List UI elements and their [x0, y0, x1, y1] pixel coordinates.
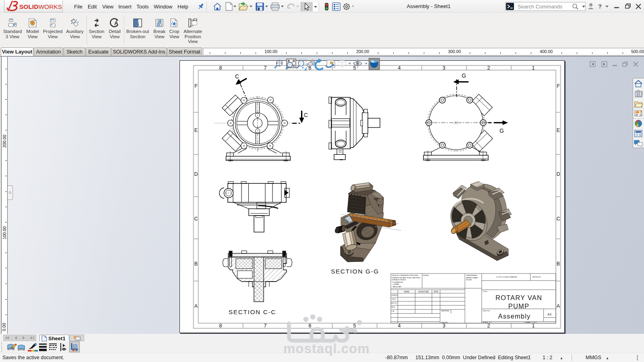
svg-text:ANGULAR:: ANGULAR: [393, 286, 401, 288]
svg-text:DRAWN: DRAWN [391, 294, 398, 296]
svg-text:DEBURR AND: DEBURR AND [466, 274, 477, 276]
svg-text:D: D [194, 171, 198, 177]
svg-text:C: C [304, 112, 308, 118]
svg-text:LINEAR:: LINEAR: [393, 283, 399, 285]
svg-text:MFG: MFG [391, 306, 395, 308]
svg-text:1: 1 [532, 65, 535, 71]
svg-text:8: 8 [219, 323, 222, 329]
svg-text:Q.A: Q.A [391, 310, 394, 312]
svg-text:5: 5 [353, 323, 356, 329]
svg-text:SIGNATURE: SIGNATURE [418, 291, 429, 293]
svg-text:A: A [114, 20, 118, 26]
svg-text:C: C [194, 216, 198, 222]
svg-text:B: B [194, 261, 198, 267]
svg-text:BREAK SHARP: BREAK SHARP [466, 277, 478, 279]
svg-text:3: 3 [443, 323, 446, 329]
svg-text:4: 4 [398, 323, 401, 329]
svg-text:D: D [556, 171, 560, 177]
svg-text:FINISH:: FINISH: [423, 274, 429, 276]
svg-text:REVISION: REVISION [533, 276, 541, 278]
svg-text:PUMP: PUMP [508, 302, 529, 310]
svg-text:CHK'D: CHK'D [391, 298, 396, 300]
svg-text:F: F [194, 83, 198, 89]
svg-text:WEIGHT:: WEIGHT: [441, 321, 448, 323]
svg-text:EDGES: EDGES [466, 279, 472, 281]
svg-text:SCALE: 1:2: SCALE: 1:2 [483, 321, 492, 323]
svg-text:7: 7 [264, 65, 267, 71]
svg-text:DATE: DATE [433, 291, 438, 293]
svg-text:SECTION G-G: SECTION G-G [331, 268, 379, 275]
svg-text:Assembly: Assembly [498, 313, 530, 320]
svg-text:2: 2 [487, 65, 490, 71]
svg-text:A3: A3 [547, 313, 551, 316]
svg-text:C: C [556, 216, 560, 222]
svg-text:1: 1 [532, 323, 535, 329]
svg-text:E: E [194, 128, 198, 133]
svg-text:4: 4 [398, 65, 401, 71]
svg-text:A: A [557, 303, 560, 309]
svg-text:SHEET 1 OF 1: SHEET 1 OF 1 [526, 321, 537, 323]
svg-text:3: 3 [443, 65, 446, 71]
svg-text:DO NOT SCALE DRAWING: DO NOT SCALE DRAWING [496, 276, 517, 278]
svg-text:?: ? [598, 3, 602, 10]
svg-text:SOLIDWORKS: SOLIDWORKS [19, 3, 62, 10]
svg-text:6: 6 [309, 323, 312, 329]
svg-text:DWG NO.: DWG NO. [483, 310, 490, 312]
svg-text:G: G [500, 128, 504, 134]
svg-text:F: F [557, 83, 560, 89]
svg-text:NAME: NAME [404, 291, 409, 293]
svg-text:TOLERANCES:: TOLERANCES: [392, 281, 403, 283]
svg-text:2: 2 [487, 323, 490, 329]
svg-text:E: E [557, 128, 560, 133]
svg-text:G: G [462, 72, 466, 79]
svg-text:C: C [235, 73, 239, 80]
svg-text:MATERIAL:: MATERIAL: [441, 310, 450, 312]
svg-text:8: 8 [219, 65, 222, 71]
svg-text:B: B [557, 261, 560, 267]
svg-text:A: A [194, 303, 198, 309]
svg-text:SURFACE FINISH:: SURFACE FINISH: [392, 279, 406, 281]
svg-text:7: 7 [264, 323, 267, 329]
svg-text:ROTARY VAN: ROTARY VAN [495, 294, 542, 301]
svg-text:TITLE:: TITLE: [483, 290, 488, 292]
svg-text:DIMENSIONS ARE IN MILLIMETERS: DIMENSIONS ARE IN MILLIMETERS [392, 277, 420, 279]
svg-text:APPV'D: APPV'D [391, 302, 397, 304]
svg-text:UNLESS OTHERWISE SPECIFIED:: UNLESS OTHERWISE SPECIFIED: [392, 274, 419, 276]
svg-text:SECTION C-C: SECTION C-C [229, 309, 276, 315]
